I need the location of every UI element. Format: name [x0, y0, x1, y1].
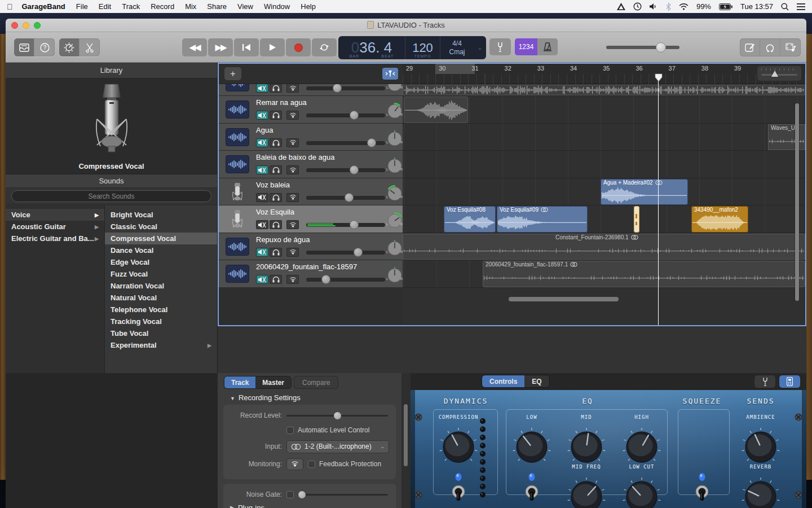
record-button[interactable] [286, 38, 311, 56]
cycle-button[interactable] [312, 38, 337, 56]
volume-slider[interactable] [306, 249, 385, 256]
catch-filter-button[interactable] [382, 68, 398, 80]
track-header-voz-esquila[interactable]: Voz EsquilaLR [219, 205, 403, 233]
menu-item-edit[interactable]: Edit [99, 2, 111, 11]
library-patch-tube-vocal[interactable]: Tube Vocal [105, 327, 217, 339]
volume-thumb[interactable] [333, 84, 342, 93]
mute-button[interactable] [256, 248, 268, 257]
track-header-baleia-de-baixo-de-agua[interactable]: Baleia de baixo de aguaLR [219, 151, 403, 178]
region-20060429-fountain-flac-18597-1[interactable]: 20060429_fountain_flac-18597.1 [483, 261, 805, 287]
knob-mid[interactable] [566, 427, 607, 470]
headphone-solo-button[interactable] [270, 275, 282, 284]
tab-master[interactable]: Master [255, 376, 291, 388]
library-patch-tracking-vocal[interactable]: Tracking Vocal [105, 316, 217, 327]
volume-slider[interactable] [306, 221, 385, 228]
menu-item-garageband[interactable]: GarageBand [22, 2, 65, 11]
go-to-beginning-button[interactable] [234, 38, 259, 56]
add-track-button[interactable]: + [224, 67, 241, 80]
library-patch-fuzz-vocal[interactable]: Fuzz Vocal [105, 268, 217, 280]
input-monitoring-button[interactable] [286, 275, 299, 284]
region-agua-madeira-02[interactable]: Agua + Madeira#02 [601, 179, 688, 205]
menu-item-mix[interactable]: Mix [185, 2, 196, 11]
region[interactable] [634, 206, 639, 233]
track-header-repuxo-de-gua[interactable]: Repuxo de águaLR [219, 233, 403, 261]
noise-gate-checkbox[interactable] [286, 491, 294, 498]
library-patch-bright-vocal[interactable]: Bright Vocal [105, 209, 217, 221]
volume-thumb[interactable] [350, 220, 359, 229]
title-bar[interactable]: LTAVAUDIO - Tracks [6, 19, 806, 32]
input-monitoring-button[interactable] [286, 220, 299, 229]
region-voz-esquila-08[interactable]: Voz Esquila#08 [444, 206, 496, 233]
plugins-label[interactable]: Plug-ins [238, 503, 264, 508]
rewind-button[interactable]: ◀◀ [182, 38, 207, 56]
volume-slider[interactable] [306, 194, 385, 201]
track-header-voz-baleia[interactable]: Voz baleiaLR [219, 178, 403, 206]
volume-thumb[interactable] [350, 111, 359, 120]
smart-controls-button[interactable] [59, 38, 80, 56]
volume-icon[interactable] [650, 3, 658, 10]
volume-slider[interactable] [306, 139, 385, 146]
feedback-protection-checkbox[interactable] [308, 461, 315, 468]
region-343490-mafon2[interactable]: 343490__mafon2 [691, 206, 748, 233]
toggle-dynamics[interactable] [451, 472, 466, 505]
menu-item-help[interactable]: Help [301, 2, 316, 11]
headphone-solo-button[interactable] [270, 84, 282, 93]
zoom-thumb[interactable] [771, 71, 778, 77]
spotlight-search-icon[interactable] [781, 3, 789, 11]
library-patch-narration-vocal[interactable]: Narration Vocal [105, 280, 217, 292]
knob-ambience[interactable] [740, 427, 781, 470]
volume-thumb[interactable] [354, 248, 363, 257]
timeline-row-agua[interactable]: Waves_U [403, 124, 805, 151]
smart-tab-eq[interactable]: EQ [524, 375, 549, 387]
timeline-row-track-0[interactable] [403, 84, 805, 96]
mute-button[interactable] [256, 220, 268, 229]
headphone-solo-button[interactable] [270, 138, 282, 147]
zoom-slider[interactable] [757, 65, 802, 81]
plugins-disclosure-icon[interactable]: ▶ [230, 505, 234, 508]
note-pad-button[interactable] [740, 38, 760, 56]
timeline-row-voz-esquila[interactable]: Voz Esquila#08Voz Esquila#09343490__mafo… [403, 205, 805, 233]
menu-item-share[interactable]: Share [207, 2, 227, 11]
region[interactable] [404, 97, 468, 123]
headphone-solo-button[interactable] [270, 193, 282, 202]
library-category-acoustic-guitar[interactable]: Acoustic Guitar▶ [6, 221, 104, 233]
menu-clock[interactable]: Tue 13:57 [740, 2, 773, 11]
toggle-squeeze[interactable] [694, 472, 710, 505]
library-toggle-button[interactable] [14, 38, 34, 56]
menu-item-view[interactable]: View [237, 2, 253, 11]
input-monitoring-button[interactable] [286, 193, 299, 202]
knob-low-cut[interactable] [621, 476, 662, 508]
input-monitoring-button[interactable] [286, 111, 299, 120]
search-sounds-input[interactable] [11, 190, 211, 202]
master-volume-slider[interactable] [606, 46, 679, 49]
input-monitoring-button[interactable] [286, 138, 299, 147]
volume-thumb[interactable] [321, 275, 330, 284]
timeline-row-voz-baleia[interactable]: Agua + Madeira#02 [403, 178, 805, 206]
wifi-icon[interactable] [679, 3, 689, 10]
noise-gate-slider[interactable] [298, 494, 388, 496]
mute-button[interactable] [256, 138, 268, 147]
input-monitoring-button[interactable] [286, 165, 299, 174]
smart-tuner-button[interactable] [754, 375, 775, 388]
volume-slider[interactable] [306, 85, 385, 91]
library-patch-experimental[interactable]: Experimental▶ [105, 339, 217, 351]
region-waves-u[interactable]: Waves_U [768, 124, 805, 151]
master-volume-thumb[interactable] [656, 42, 666, 52]
mute-button[interactable] [256, 275, 268, 284]
headphone-solo-button[interactable] [270, 248, 282, 257]
noise-gate-thumb[interactable] [298, 491, 306, 498]
vertical-scrollbar[interactable] [795, 103, 800, 301]
input-monitoring-button[interactable] [286, 248, 299, 257]
recording-settings-header[interactable]: ▼Recording Settings [230, 393, 301, 402]
volume-slider[interactable] [306, 276, 385, 283]
mute-button[interactable] [256, 193, 268, 202]
disclosure-triangle-icon[interactable]: ▼ [230, 396, 235, 401]
headphone-solo-button[interactable] [270, 165, 282, 174]
region-voz-esquila-09[interactable]: Voz Esquila#09 [497, 206, 588, 233]
timeline-row-remar-na-agua[interactable] [403, 96, 805, 124]
monitoring-button[interactable] [286, 458, 303, 470]
library-patch-telephone-vocal[interactable]: Telephone Vocal [105, 304, 217, 316]
metronome-button[interactable] [537, 38, 558, 55]
menu-item-track[interactable]: Track [122, 2, 140, 11]
mute-button[interactable] [256, 165, 268, 174]
